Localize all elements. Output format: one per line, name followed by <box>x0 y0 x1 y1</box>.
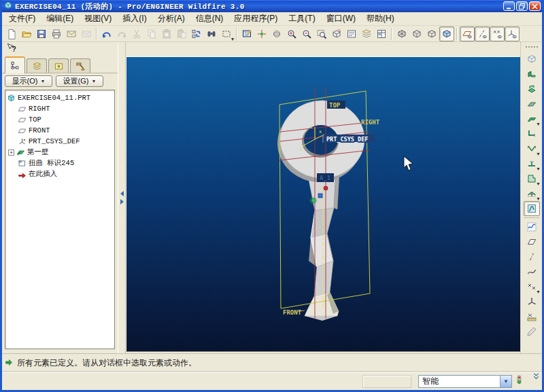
extend-wall-tool-button[interactable] <box>524 96 540 111</box>
green-handle[interactable] <box>311 198 316 202</box>
extrude-tool-button[interactable] <box>524 52 540 67</box>
orient-mode-button[interactable] <box>269 26 284 41</box>
reorient-icon <box>331 29 342 39</box>
model-tree-tab[interactable] <box>5 56 25 73</box>
flat-wall-tool-button[interactable]: ▾ <box>524 111 540 126</box>
layers-button[interactable] <box>359 26 374 41</box>
zoom-out-button[interactable] <box>299 26 314 41</box>
menu-item-5[interactable]: 信息(N) <box>190 12 229 26</box>
tree-row-1[interactable]: RIGHT <box>5 103 114 114</box>
filter-combobox[interactable]: 智能 ▼ <box>418 375 512 388</box>
saved-views-button[interactable] <box>344 26 359 41</box>
twist-tool-button[interactable] <box>524 201 540 216</box>
save-file-button[interactable] <box>34 26 49 41</box>
datum-plane-tool-button[interactable] <box>524 234 540 249</box>
refit-button[interactable] <box>314 26 329 41</box>
context-help-button[interactable]: ? <box>6 43 16 55</box>
chevron-down-icon: ▼ <box>91 79 96 84</box>
nohidden-cube-button[interactable] <box>424 26 439 41</box>
utilities-tab-icon <box>75 61 86 71</box>
red-handle[interactable] <box>324 186 328 190</box>
blue-handle[interactable] <box>318 194 322 198</box>
corner-relief-tool-button[interactable]: ▾ <box>524 171 540 186</box>
flange-wall-tool-button[interactable] <box>524 126 540 141</box>
favorites-tab[interactable] <box>48 58 69 73</box>
hiddenline-cube-button[interactable] <box>409 26 424 41</box>
utilities-tab[interactable] <box>70 58 90 73</box>
menu-item-8[interactable]: 窗口(W) <box>321 12 361 26</box>
email-attachment-icon <box>66 29 77 39</box>
viewport-canvas[interactable]: z y x TOP RIGHT <box>126 57 521 351</box>
wireframe-cube-button[interactable] <box>394 26 409 41</box>
model-tree[interactable]: EXERCISE04_11.PRTRIGHTTOPFRONTPRT_CSYS_D… <box>5 90 115 349</box>
sketch-tool-button[interactable] <box>524 219 540 234</box>
select-box-dropdown-icon[interactable]: ▾ <box>231 36 234 42</box>
spin-center-button[interactable] <box>254 26 269 41</box>
folder-tab[interactable] <box>27 58 47 73</box>
shaded-cube-button[interactable] <box>439 26 454 41</box>
menu-item-9[interactable]: 帮助(H) <box>361 12 400 26</box>
new-file-button[interactable] <box>4 26 19 41</box>
overflow-chevron-icon[interactable] <box>532 372 541 383</box>
menu-item-4[interactable]: 分析(A) <box>152 12 190 26</box>
tree-row-3[interactable]: FRONT <box>5 125 114 136</box>
close-button[interactable] <box>529 1 541 11</box>
menu-item-7[interactable]: 工具(T) <box>283 12 320 26</box>
zoom-in-button[interactable] <box>284 26 299 41</box>
menu-item-1[interactable]: 编辑(E) <box>41 12 79 26</box>
form-tool-button[interactable]: ▾ <box>524 186 540 201</box>
datum-point-tool-button[interactable]: ▾ <box>524 279 540 294</box>
tree-row-6[interactable]: 扭曲 标识245 <box>5 158 114 168</box>
view-manager-button[interactable] <box>374 26 389 41</box>
svg-text:TOP: TOP <box>329 102 341 109</box>
csys-toggle-button[interactable] <box>505 26 520 41</box>
tree-row-7[interactable]: 在此插入 <box>5 168 114 179</box>
csys-label[interactable]: PRT_CSYS_DEF <box>324 135 375 143</box>
unattached-wall-tool-button[interactable] <box>524 82 540 96</box>
expand-icon[interactable]: + <box>8 149 14 156</box>
open-file-button[interactable] <box>19 26 34 41</box>
regenerate-button[interactable] <box>189 26 204 41</box>
menu-item-3[interactable]: 插入(I) <box>117 12 152 26</box>
wall-tool-button[interactable] <box>524 67 540 82</box>
datum-axis-tool-button[interactable] <box>524 249 540 264</box>
combo-arrow-button[interactable]: ▼ <box>500 376 511 387</box>
menu-item-0[interactable]: 文件(F) <box>3 12 41 26</box>
unbend-tool-button[interactable]: ▾ <box>524 141 540 156</box>
repaint-button[interactable] <box>239 26 254 41</box>
datum-axis-toggle-button[interactable] <box>475 26 490 41</box>
ruler-tool-button[interactable] <box>524 309 540 324</box>
pencil-tool-button[interactable] <box>524 324 540 339</box>
toolbar-grip[interactable] <box>526 46 538 49</box>
axis-tag-label[interactable]: A_1 <box>317 173 334 182</box>
expand-right-icon[interactable] <box>120 199 124 204</box>
menu-item-6[interactable]: 应用程序(P) <box>228 12 283 26</box>
print-button[interactable] <box>49 26 64 41</box>
tree-row-0[interactable]: EXERCISE04_11.PRT <box>5 92 114 103</box>
menu-item-2[interactable]: 视图(V) <box>79 12 117 26</box>
tree-item-label: RIGHT <box>29 105 53 113</box>
restore-button[interactable] <box>516 1 528 11</box>
triad-z-label: z <box>310 124 313 130</box>
navigator-sash[interactable] <box>118 42 126 353</box>
tree-row-4[interactable]: PRT_CSYS_DEF <box>5 136 114 147</box>
find-button[interactable] <box>204 26 219 41</box>
reorient-button[interactable] <box>329 26 344 41</box>
select-box-button[interactable]: ▾ <box>219 26 234 41</box>
datum-plane-toggle-button[interactable] <box>460 26 475 41</box>
top-plane-label[interactable]: TOP <box>327 101 345 109</box>
bend-back-tool-button[interactable]: ▾ <box>524 156 540 171</box>
minimize-button[interactable] <box>503 1 515 11</box>
datum-point-toggle-button[interactable] <box>490 26 505 41</box>
undo-button[interactable] <box>99 26 114 41</box>
email-attachment-button[interactable] <box>64 26 79 41</box>
tree-row-5[interactable]: +第一壁 <box>5 147 114 158</box>
csys-tool-button[interactable] <box>524 294 540 309</box>
collapse-left-icon[interactable] <box>120 191 124 196</box>
curve-tool-button[interactable] <box>524 264 540 279</box>
settings-button[interactable]: 设置(G)▼ <box>56 75 103 87</box>
title-bar[interactable]: EXERCISE04_11 (活动的) - Pro/ENGINEER Wildf… <box>2 0 542 12</box>
right-plane-label[interactable]: RIGHT <box>361 119 380 126</box>
show-button[interactable]: 显示(O)▼ <box>5 75 52 87</box>
tree-row-2[interactable]: TOP <box>5 114 114 125</box>
